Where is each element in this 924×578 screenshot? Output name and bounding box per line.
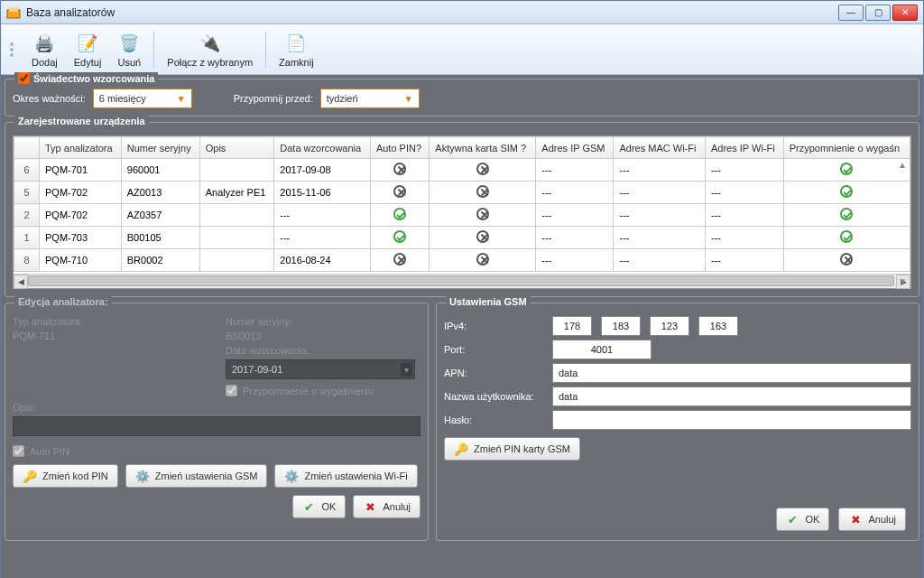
calibration-title: Świadectwo wzorcowania <box>14 72 158 84</box>
check-icon <box>840 208 853 220</box>
x-icon <box>476 208 489 220</box>
add-button[interactable]: 🖨️Dodaj <box>28 30 61 70</box>
titlebar: Baza analizatorów — ▢ ✕ <box>1 1 923 24</box>
calibration-enable-checkbox[interactable] <box>18 72 30 84</box>
connect-button[interactable]: 🔌Połącz z wybranym <box>163 30 256 70</box>
serial-value: BS0013 <box>226 331 261 341</box>
col-macwifi[interactable]: Adres MAC Wi-Fi <box>614 137 706 159</box>
chevron-down-icon: ▼ <box>177 94 186 104</box>
col-caldate[interactable]: Data wzorcowania <box>274 137 371 159</box>
x-icon <box>393 163 406 175</box>
col-serial[interactable]: Numer seryjny <box>121 137 199 159</box>
gsm-group: Ustawienia GSM IPv4: Port: APN: Nazwa uż… <box>436 303 919 541</box>
change-wifi-button[interactable]: ⚙️Zmień ustawienia Wi-Fi <box>274 464 417 488</box>
calibration-group: Świadectwo wzorcowania Okres ważności: 6… <box>5 79 919 117</box>
pass-input[interactable] <box>552 410 911 430</box>
ip-octet-1[interactable] <box>552 316 592 336</box>
x-icon <box>476 163 489 175</box>
edit-icon: 📝 <box>76 32 99 55</box>
pass-label: Hasło: <box>444 415 543 425</box>
table-row[interactable]: 2PQM-702AZ0357------------ <box>14 204 910 227</box>
x-icon <box>840 253 853 266</box>
registered-group: Zarejestrowane urządzenia Typ analizator… <box>5 122 919 297</box>
change-gsm-button[interactable]: ⚙️Zmień ustawienia GSM <box>125 464 268 488</box>
check-icon <box>393 208 406 220</box>
window-title: Baza analizatorów <box>26 6 838 19</box>
check-icon <box>840 230 853 243</box>
caldate-label: Data wzorcowania: <box>226 345 325 356</box>
scroll-thumb[interactable] <box>28 275 894 286</box>
col-ipgsm[interactable]: Adres IP GSM <box>536 137 614 159</box>
apn-input[interactable] <box>552 363 911 383</box>
remind-label: Przypomnij przed: <box>234 93 313 104</box>
delete-button[interactable]: 🗑️Usuń <box>114 30 144 70</box>
x-icon: ✖ <box>363 499 377 514</box>
devices-table: Typ analizatora Numer seryjny Opis Data … <box>14 136 910 272</box>
delete-icon: 🗑️ <box>117 32 141 55</box>
gsm-cancel-button[interactable]: ✖Anuluj <box>838 508 906 531</box>
edit-button[interactable]: 📝Edytuj <box>70 30 106 70</box>
toolbar: 🖨️Dodaj 📝Edytuj 🗑️Usuń 🔌Połącz z wybrany… <box>1 24 923 75</box>
add-icon: 🖨️ <box>32 32 56 55</box>
ip-octet-2[interactable] <box>601 316 641 336</box>
desc-input[interactable] <box>13 416 420 436</box>
change-pin-button[interactable]: 🔑Zmień kod PIN <box>13 464 118 488</box>
ipv4-label: IPv4: <box>444 321 543 331</box>
close-button[interactable]: ✕ <box>892 5 918 21</box>
devices-table-wrap: Typ analizatora Numer seryjny Opis Data … <box>13 135 911 289</box>
user-label: Nazwa użytkownika: <box>444 391 543 402</box>
table-row[interactable]: 1PQM-703B00105------------ <box>14 227 910 249</box>
devices-table-scroll[interactable]: Typ analizatora Numer seryjny Opis Data … <box>14 136 910 274</box>
key-icon: 🔑 <box>23 469 37 483</box>
remind-combo[interactable]: tydzień▼ <box>320 89 420 108</box>
chevron-down-icon: ▾ <box>401 363 412 377</box>
col-desc[interactable]: Opis <box>199 137 274 159</box>
change-sim-pin-button[interactable]: 🔑Zmień PIN karty GSM <box>444 437 580 461</box>
gsm-ok-button[interactable]: ✔OK <box>776 508 830 531</box>
ip-octet-4[interactable] <box>698 316 738 336</box>
desc-label: Opis: <box>13 402 112 413</box>
editor-cancel-button[interactable]: ✖Anuluj <box>353 495 420 518</box>
check-icon <box>840 163 853 175</box>
minimize-button[interactable]: — <box>838 5 864 21</box>
svg-rect-1 <box>9 7 18 12</box>
editor-ok-button[interactable]: ✔OK <box>292 495 346 518</box>
validity-label: Okres ważności: <box>13 93 86 104</box>
scroll-left-icon[interactable]: ◀ <box>14 275 28 289</box>
gear-icon: ⚙️ <box>135 469 150 483</box>
table-row[interactable]: 6PQM-7019600012017-09-08--------- <box>14 159 910 182</box>
validity-combo[interactable]: 6 miesięcy▼ <box>93 89 192 108</box>
close-toolbar-button[interactable]: 📄Zamknij <box>275 30 318 70</box>
apn-label: APN: <box>444 368 543 378</box>
horizontal-scrollbar[interactable]: ◀ ▶ <box>14 274 910 288</box>
table-header-row: Typ analizatora Numer seryjny Opis Data … <box>14 137 910 159</box>
maximize-button[interactable]: ▢ <box>865 5 891 21</box>
col-autopin[interactable]: Auto PIN? <box>370 137 429 159</box>
reminder-checkbox-row: Przypomnienie o wygaśnięciu <box>226 385 420 396</box>
app-window: Baza analizatorów — ▢ ✕ 🖨️Dodaj 📝Edytuj … <box>0 0 924 578</box>
key-icon: 🔑 <box>454 442 468 456</box>
autopin-checkbox[interactable] <box>13 445 24 457</box>
x-icon <box>476 230 489 243</box>
check-icon: ✔ <box>302 499 317 514</box>
gear-icon: ⚙️ <box>284 469 299 483</box>
x-icon <box>393 253 406 266</box>
type-value: PQM-711 <box>13 331 55 341</box>
caldate-combo[interactable]: 2017-09-01▾ <box>226 359 415 379</box>
col-sim[interactable]: Aktywna karta SIM ? <box>430 137 536 159</box>
table-row[interactable]: 8PQM-710BR00022016-08-24--------- <box>14 249 910 272</box>
gsm-title: Ustawienia GSM <box>446 296 531 307</box>
reminder-checkbox[interactable] <box>226 385 237 396</box>
toolbar-handle <box>10 32 15 68</box>
col-ipwifi[interactable]: Adres IP Wi-Fi <box>705 137 783 159</box>
check-icon: ✔ <box>786 512 800 527</box>
serial-label: Numer seryjny: <box>226 316 325 327</box>
table-row[interactable]: 5PQM-702AZ0013Analyzer PE12015-11-06----… <box>14 182 910 204</box>
port-input[interactable] <box>552 340 651 359</box>
port-label: Port: <box>444 344 543 355</box>
ip-octet-3[interactable] <box>650 316 689 336</box>
col-reminder[interactable]: Przypomnienie o wygaśn <box>783 137 910 159</box>
user-input[interactable] <box>552 387 911 406</box>
vertical-scroll-indicator[interactable]: ▲▼ <box>896 160 909 286</box>
col-type[interactable]: Typ analizatora <box>40 137 122 159</box>
